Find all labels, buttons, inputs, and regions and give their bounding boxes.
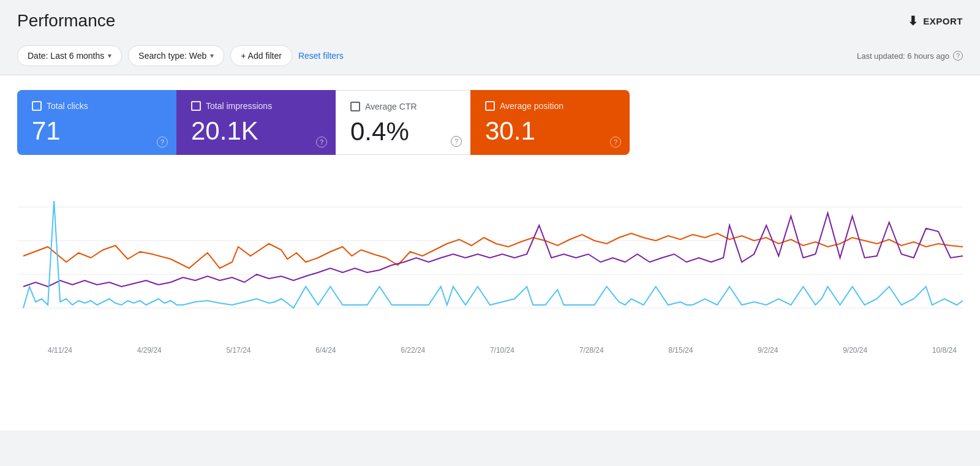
ctr-icon xyxy=(350,102,360,111)
search-type-filter-button[interactable]: Search type: Web ▾ xyxy=(128,45,224,66)
date-filter-label: Date: Last 6 months xyxy=(28,51,104,61)
position-label: Average position xyxy=(485,101,615,111)
metrics-row: Total clicks 71 ? Total impressions 20.1… xyxy=(17,90,963,155)
chevron-down-icon: ▾ xyxy=(210,51,214,60)
page-header: Performance ⬇ EXPORT xyxy=(0,0,980,39)
last-updated-text: Last updated: 6 hours ago ? xyxy=(857,51,963,61)
x-label: 9/2/24 xyxy=(758,346,778,355)
clicks-value: 71 xyxy=(32,117,162,145)
x-label: 7/10/24 xyxy=(490,346,514,355)
orange-line xyxy=(23,233,963,268)
export-button[interactable]: ⬇ EXPORT xyxy=(908,13,963,28)
impressions-icon xyxy=(191,101,201,111)
position-value: 30.1 xyxy=(485,117,615,145)
metric-card-impressions[interactable]: Total impressions 20.1K ? xyxy=(176,90,336,155)
purple-line xyxy=(23,213,963,287)
reset-filters-label: Reset filters xyxy=(298,51,344,61)
add-filter-button[interactable]: + Add filter xyxy=(230,45,292,66)
x-label: 9/20/24 xyxy=(843,346,867,355)
export-icon: ⬇ xyxy=(908,13,919,28)
chart-area: 4/11/24 4/29/24 5/17/24 6/4/24 6/22/24 7… xyxy=(17,155,963,363)
ctr-value: 0.4% xyxy=(350,118,456,146)
position-icon xyxy=(485,101,495,111)
date-filter-button[interactable]: Date: Last 6 months ▾ xyxy=(17,45,122,66)
x-label: 10/8/24 xyxy=(932,346,957,355)
x-label: 4/29/24 xyxy=(137,346,162,355)
x-label: 5/17/24 xyxy=(226,346,251,355)
blue-line xyxy=(23,201,963,308)
add-filter-label: + Add filter xyxy=(241,51,282,61)
filter-bar: Date: Last 6 months ▾ Search type: Web ▾… xyxy=(0,39,980,75)
x-label: 6/4/24 xyxy=(315,346,336,355)
performance-chart xyxy=(17,167,963,339)
x-label: 7/28/24 xyxy=(579,346,604,355)
metric-card-position[interactable]: Average position 30.1 ? xyxy=(470,90,630,155)
clicks-icon xyxy=(32,101,42,111)
x-label: 8/15/24 xyxy=(668,346,693,355)
position-help-icon[interactable]: ? xyxy=(610,137,621,148)
chevron-down-icon: ▾ xyxy=(108,51,111,60)
help-icon[interactable]: ? xyxy=(953,51,963,61)
impressions-help-icon[interactable]: ? xyxy=(316,137,327,148)
metric-card-ctr[interactable]: Average CTR 0.4% ? xyxy=(336,90,470,155)
clicks-label: Total clicks xyxy=(32,101,162,111)
export-label: EXPORT xyxy=(923,16,963,26)
search-type-label: Search type: Web xyxy=(138,51,206,61)
reset-filters-button[interactable]: Reset filters xyxy=(298,51,344,61)
x-label: 6/22/24 xyxy=(401,346,425,355)
impressions-value: 20.1K xyxy=(191,117,321,145)
main-content: Total clicks 71 ? Total impressions 20.1… xyxy=(0,75,980,430)
metric-card-clicks[interactable]: Total clicks 71 ? xyxy=(17,90,176,155)
x-label: 4/11/24 xyxy=(48,346,72,355)
impressions-label: Total impressions xyxy=(191,101,321,111)
ctr-label: Average CTR xyxy=(350,102,456,111)
x-axis: 4/11/24 4/29/24 5/17/24 6/4/24 6/22/24 7… xyxy=(17,341,963,355)
clicks-help-icon[interactable]: ? xyxy=(157,137,168,148)
page-title: Performance xyxy=(17,11,115,31)
ctr-help-icon[interactable]: ? xyxy=(451,136,462,147)
